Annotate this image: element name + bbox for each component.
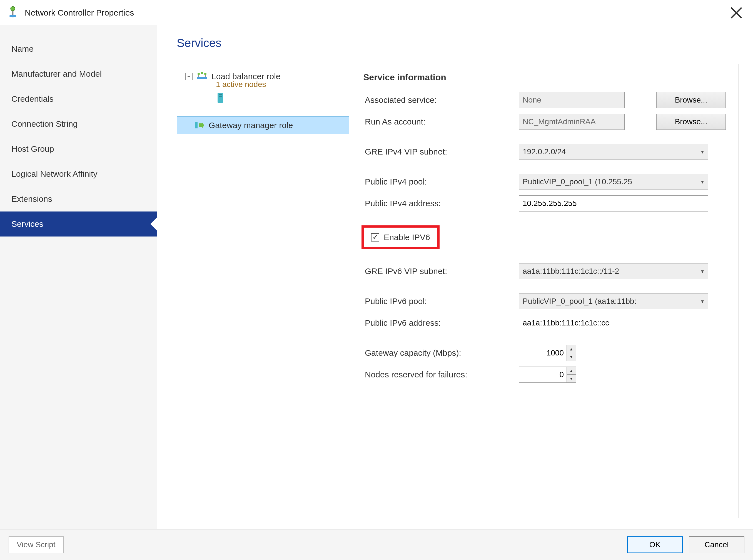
chevron-down-icon: ▾	[697, 294, 708, 309]
run-as-label: Run As account:	[363, 111, 517, 133]
dialog-window: Network Controller Properties Name Manuf…	[0, 0, 753, 560]
run-as-field	[519, 114, 625, 130]
dialog-body: Name Manufacturer and Model Credentials …	[0, 25, 753, 529]
cancel-button[interactable]: Cancel	[689, 536, 745, 553]
services-panel: − Load balancer role 1 active nodes	[177, 64, 739, 518]
svg-rect-14	[219, 96, 222, 97]
tree-item-label: Gateway manager role	[209, 121, 293, 130]
public-ipv4-address-field[interactable]	[519, 195, 708, 212]
enable-ipv6-label: Enable IPV6	[384, 233, 430, 242]
nodes-reserved-label: Nodes reserved for failures:	[363, 364, 517, 385]
ok-button[interactable]: OK	[627, 536, 683, 553]
sidebar-item-manufacturer[interactable]: Manufacturer and Model	[0, 61, 157, 86]
stepper-down[interactable]: ▼	[567, 353, 576, 361]
svg-point-7	[201, 72, 203, 74]
sidebar-item-extensions[interactable]: Extensions	[0, 186, 157, 212]
tree-panel: − Load balancer role 1 active nodes	[177, 64, 349, 518]
gre-ipv4-subnet-value	[519, 144, 697, 160]
gre-ipv6-subnet-value	[519, 263, 697, 279]
svg-point-2	[9, 15, 16, 17]
tree-item-label: Load balancer role	[211, 72, 281, 81]
public-ipv4-pool-dropdown[interactable]: ▾	[519, 174, 708, 190]
dialog-footer: View Script OK Cancel	[0, 529, 753, 560]
view-script-button[interactable]: View Script	[8, 536, 64, 553]
sidebar-item-host-group[interactable]: Host Group	[0, 137, 157, 161]
expand-toggle[interactable]: −	[185, 73, 192, 80]
chevron-down-icon: ▾	[697, 174, 708, 189]
gre-ipv6-subnet-dropdown[interactable]: ▾	[519, 263, 708, 279]
stepper-down[interactable]: ▼	[567, 375, 576, 382]
svg-rect-1	[12, 11, 14, 15]
svg-rect-5	[197, 77, 207, 79]
public-ipv4-pool-label: Public IPv4 pool:	[363, 163, 517, 193]
close-button[interactable]	[729, 3, 749, 22]
public-ipv6-pool-dropdown[interactable]: ▾	[519, 293, 708, 309]
public-ipv4-pool-value	[519, 174, 697, 189]
public-ipv6-pool-value	[519, 294, 697, 309]
nodes-reserved-value[interactable]	[519, 367, 567, 382]
browse-run-as-button[interactable]: Browse...	[656, 114, 726, 130]
public-ipv6-pool-label: Public IPv6 pool:	[363, 282, 517, 312]
gateway-capacity-value[interactable]	[519, 345, 567, 361]
associated-service-label: Associated service:	[363, 89, 517, 111]
public-ipv6-address-field[interactable]	[519, 315, 708, 331]
gre-ipv4-subnet-dropdown[interactable]: ▾	[519, 144, 708, 160]
titlebar: Network Controller Properties	[0, 0, 753, 25]
gateway-capacity-label: Gateway capacity (Mbps):	[363, 334, 517, 364]
sidebar-item-services[interactable]: Services	[0, 212, 157, 237]
browse-associated-service-button[interactable]: Browse...	[656, 92, 726, 108]
svg-point-0	[11, 6, 15, 11]
form-table: Associated service: Browse... Run As acc…	[363, 89, 728, 385]
svg-rect-13	[219, 94, 222, 95]
associated-service-field	[519, 92, 625, 108]
public-ipv6-address-label: Public IPv6 address:	[363, 312, 517, 334]
close-icon	[729, 6, 743, 20]
stepper-up[interactable]: ▲	[567, 345, 576, 353]
svg-point-6	[198, 73, 200, 75]
public-ipv4-address-label: Public IPv4 address:	[363, 193, 517, 214]
tree-item-gateway-manager[interactable]: Gateway manager role	[177, 117, 349, 134]
gateway-capacity-stepper[interactable]: ▲ ▼	[519, 345, 576, 361]
gateway-icon	[194, 121, 205, 130]
sidebar-item-name[interactable]: Name	[0, 36, 157, 61]
page-title: Services	[177, 36, 739, 50]
chevron-down-icon: ▾	[697, 144, 708, 160]
tree-item-subtext: 1 active nodes	[216, 80, 349, 89]
stepper-up[interactable]: ▲	[567, 367, 576, 375]
sidebar-item-credentials[interactable]: Credentials	[0, 86, 157, 112]
svg-point-8	[204, 73, 206, 75]
section-title: Service information	[363, 72, 728, 82]
enable-ipv6-checkbox[interactable]: ✓	[371, 233, 379, 241]
app-icon	[6, 5, 25, 21]
gre-ipv4-label: GRE IPv4 VIP subnet:	[363, 133, 517, 163]
sidebar-item-connection-string[interactable]: Connection String	[0, 112, 157, 137]
gre-ipv6-label: GRE IPv6 VIP subnet:	[363, 252, 517, 282]
node-icon[interactable]	[216, 92, 349, 106]
svg-rect-15	[195, 122, 198, 128]
content-area: Services − Load balancer role 1 active n…	[157, 25, 753, 529]
window-title: Network Controller Properties	[25, 8, 729, 18]
form-panel: Service information Associated service: …	[349, 64, 738, 518]
tree-item-load-balancer[interactable]: − Load balancer role 1 active nodes	[177, 69, 349, 108]
sidebar-item-logical-network-affinity[interactable]: Logical Network Affinity	[0, 161, 157, 186]
load-balancer-icon	[197, 72, 207, 81]
sidebar: Name Manufacturer and Model Credentials …	[0, 25, 157, 529]
chevron-down-icon: ▾	[697, 263, 708, 279]
enable-ipv6-highlight: ✓ Enable IPV6	[362, 225, 440, 249]
nodes-reserved-stepper[interactable]: ▲ ▼	[519, 366, 576, 383]
